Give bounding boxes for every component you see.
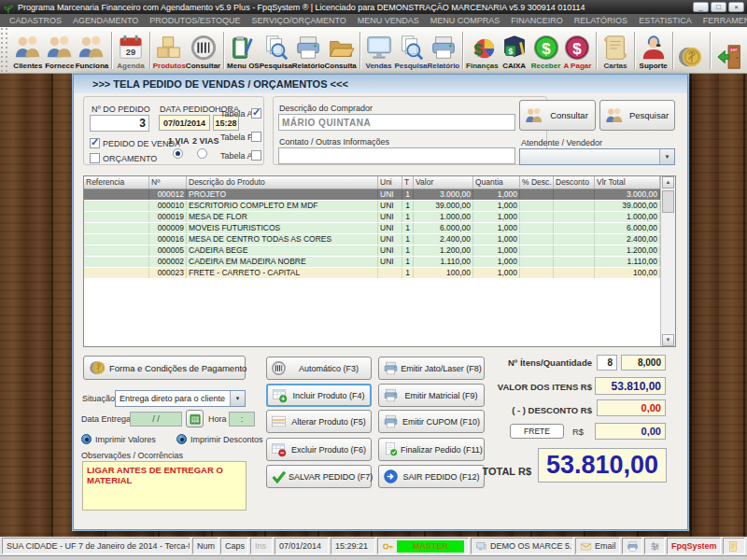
menu-item-menu-vendas[interactable]: MENU VENDAS bbox=[352, 16, 425, 25]
table-row[interactable]: 000023FRETE - CARRETO - CAPITAL1100,001,… bbox=[84, 268, 675, 279]
status-printer[interactable] bbox=[622, 538, 642, 554]
table-row[interactable]: 000010ESCRITORIO COMPLETO EM MDFUNI139.0… bbox=[84, 201, 675, 212]
toolbar-button-moeda[interactable] bbox=[675, 29, 707, 72]
status-settings[interactable] bbox=[644, 538, 665, 554]
observacoes-field[interactable]: LIGAR ANTES DE ENTREGAR O MATERIAL bbox=[82, 461, 247, 511]
hora-entrega-field[interactable]: : bbox=[229, 412, 255, 427]
menu-item-menu-compras[interactable]: MENU COMPRAS bbox=[425, 16, 506, 25]
document-icon bbox=[727, 540, 740, 553]
cell-uni: UNI bbox=[378, 223, 402, 233]
table-scrollbar[interactable]: ▲ ▼ bbox=[660, 176, 675, 346]
chevron-down-icon: ▼ bbox=[659, 149, 674, 164]
imprimir-descontos-radio[interactable] bbox=[176, 434, 187, 444]
toolbar-button-agenda[interactable]: 29Agenda bbox=[115, 29, 147, 72]
toolbar-button-suporte[interactable]: Suporte bbox=[638, 29, 669, 72]
toolbar-button-caixa[interactable]: $CAIXA bbox=[499, 29, 530, 72]
excluir-button[interactable]: Excluir Produto (F6) bbox=[266, 438, 372, 461]
tabela-pz-checkbox[interactable] bbox=[251, 132, 261, 142]
via2-radio[interactable] bbox=[197, 148, 207, 159]
toolbar-button-clientes[interactable]: Clientes bbox=[12, 29, 44, 72]
toolbar-button-fornece[interactable]: Fornece bbox=[44, 29, 76, 72]
frete-button[interactable]: FRETE bbox=[510, 424, 564, 439]
status-email[interactable]: Email bbox=[575, 538, 620, 554]
table-row[interactable]: 000005CADEIRA BEGEUNI11.200,001,0001.200… bbox=[84, 245, 675, 257]
menu-item-produtos-estoque[interactable]: PRODUTOS/ESTOQUE bbox=[144, 16, 246, 25]
order-number-field[interactable]: 3 bbox=[90, 115, 149, 132]
column-header-t[interactable]: T bbox=[402, 176, 414, 189]
scrollbar-thumb[interactable] bbox=[662, 190, 674, 213]
calendar-picker-button[interactable] bbox=[186, 410, 204, 427]
buyer-description-field[interactable]: MÁRIO QUINTANA bbox=[278, 114, 515, 131]
toolbar-button-menu-os[interactable]: Menu OS bbox=[227, 29, 260, 72]
toolbar-button-financas[interactable]: $Finanças bbox=[466, 29, 499, 72]
toolbar-button-vendas[interactable]: Vendas bbox=[363, 29, 395, 72]
menu-item-estatistica[interactable]: ESTATISTICA bbox=[633, 16, 698, 25]
situacao-dropdown[interactable]: Entrega direto para o cliente ▼ bbox=[115, 390, 246, 407]
via1-radio[interactable] bbox=[173, 148, 183, 159]
automatico-button[interactable]: Automático (F3) bbox=[266, 357, 372, 380]
tabela-at-checkbox[interactable] bbox=[251, 150, 261, 161]
column-header-perc_desc[interactable]: % Desc. bbox=[520, 176, 554, 189]
column-header-numero[interactable]: Nº bbox=[149, 176, 187, 189]
buyer-groupbox: Descrição do Comprador MÁRIO QUINTANA Co… bbox=[273, 96, 547, 165]
buyer-contact-field[interactable] bbox=[278, 147, 515, 164]
via2-label: 2 VIAS bbox=[192, 136, 219, 146]
finalizar-button[interactable]: Finalizar Pedido (F11) bbox=[378, 438, 485, 461]
salvar-button[interactable]: SALVAR PEDIDO (F7) bbox=[266, 465, 372, 488]
payment-terms-button[interactable]: Forma e Condições de Pagamento bbox=[83, 356, 246, 380]
scroll-up-icon[interactable]: ▲ bbox=[662, 176, 674, 189]
table-row[interactable]: 000016MESA DE CENTRO TODAS AS CORESUNI12… bbox=[84, 234, 675, 245]
alterar-button[interactable]: Alterar Produto (F5) bbox=[266, 410, 372, 433]
toolbar-button-consulta-os[interactable]: Consulta bbox=[325, 29, 357, 72]
toolbar-button-relatorio-vendas[interactable]: Relatório bbox=[428, 29, 460, 72]
orcamento-checkbox[interactable] bbox=[90, 153, 100, 163]
tabela-av-checkbox[interactable] bbox=[251, 108, 261, 119]
column-header-descricao[interactable]: Descrição do Produto bbox=[187, 176, 378, 189]
pedido-venda-checkbox[interactable] bbox=[90, 138, 100, 148]
menu-item-relatorios[interactable]: RELATÓRIOS bbox=[569, 16, 633, 25]
people-icon bbox=[78, 34, 106, 62]
toolbar-button-pesquisa-os[interactable]: Pesquisa bbox=[260, 29, 292, 72]
incluir-button[interactable]: Incluir Produto (F4) bbox=[266, 384, 372, 407]
column-header-vlr_total[interactable]: Vlr Total bbox=[595, 176, 660, 189]
table-row[interactable]: 000002CADEIRA EM MADEIRA NOBREUNI11.110,… bbox=[84, 257, 675, 268]
toolbar-button-relatorio-os[interactable]: Relatório bbox=[292, 29, 325, 72]
calendar-icon: 29 bbox=[117, 34, 145, 62]
column-header-desconto[interactable]: Desconto bbox=[554, 176, 595, 189]
cell-desconto bbox=[554, 223, 595, 233]
close-button[interactable]: × bbox=[728, 2, 744, 12]
column-header-referencia[interactable]: Referencia bbox=[84, 176, 149, 189]
atendente-dropdown[interactable]: ▼ bbox=[519, 148, 675, 165]
column-header-quantia[interactable]: Quantia bbox=[473, 176, 520, 189]
toolbar-button-receber[interactable]: $Receber bbox=[530, 29, 562, 72]
printer-icon bbox=[294, 34, 322, 62]
column-header-valor[interactable]: Valor bbox=[414, 176, 473, 189]
order-date-field[interactable]: 07/01/2014 bbox=[159, 115, 210, 131]
menu-item-ferramentas[interactable]: FERRAMENTAS bbox=[698, 16, 747, 25]
menu-item-cadastros[interactable]: CADASTROS bbox=[4, 16, 67, 25]
toolbar-button-consultar[interactable]: Consultar bbox=[186, 29, 220, 72]
scroll-down-icon[interactable]: ▼ bbox=[662, 334, 674, 346]
toolbar-button-pesquisa-vendas[interactable]: Pesquisa bbox=[394, 29, 427, 72]
toolbar-button-produtos[interactable]: Produtos bbox=[153, 29, 186, 72]
menu-item-servico-orcamento[interactable]: SERVIÇO/ORÇAMENTO bbox=[247, 16, 352, 25]
minimize-button[interactable]: _ bbox=[693, 2, 709, 12]
cell-quantia: 1,000 bbox=[473, 189, 520, 200]
data-entrega-field[interactable]: / / bbox=[130, 412, 182, 427]
table-row[interactable]: 000009MOVEIS FUTURISTICOSUNI16.000,001,0… bbox=[84, 223, 675, 234]
table-row[interactable]: 000019MESA DE FLORUNI11.000,001,0001.000… bbox=[84, 212, 675, 223]
imprimir-valores-radio[interactable] bbox=[81, 434, 92, 444]
restore-button[interactable]: □ bbox=[711, 2, 726, 12]
consultar-button[interactable]: Consultar bbox=[519, 100, 596, 131]
menu-item-agendamento[interactable]: AGENDAMENTO bbox=[67, 16, 144, 25]
column-header-uni[interactable]: Uni bbox=[378, 176, 402, 189]
toolbar-button-sair-app[interactable]: EXIT bbox=[713, 29, 745, 72]
toolbar-button-cartas[interactable]: Cartas bbox=[599, 29, 631, 72]
pesquisar-button[interactable]: Pesquisar bbox=[599, 100, 675, 131]
table-row[interactable]: 000012PROJETOUNI13.000,001,0003.000,00 bbox=[84, 189, 675, 201]
cell-referencia bbox=[84, 257, 149, 267]
status-document[interactable] bbox=[723, 538, 745, 554]
toolbar-button-a-pagar[interactable]: $A Pagar bbox=[561, 29, 593, 72]
toolbar-button-funciona[interactable]: Funciona bbox=[76, 29, 109, 72]
menu-item-financeiro[interactable]: FINANCEIRO bbox=[505, 16, 569, 25]
